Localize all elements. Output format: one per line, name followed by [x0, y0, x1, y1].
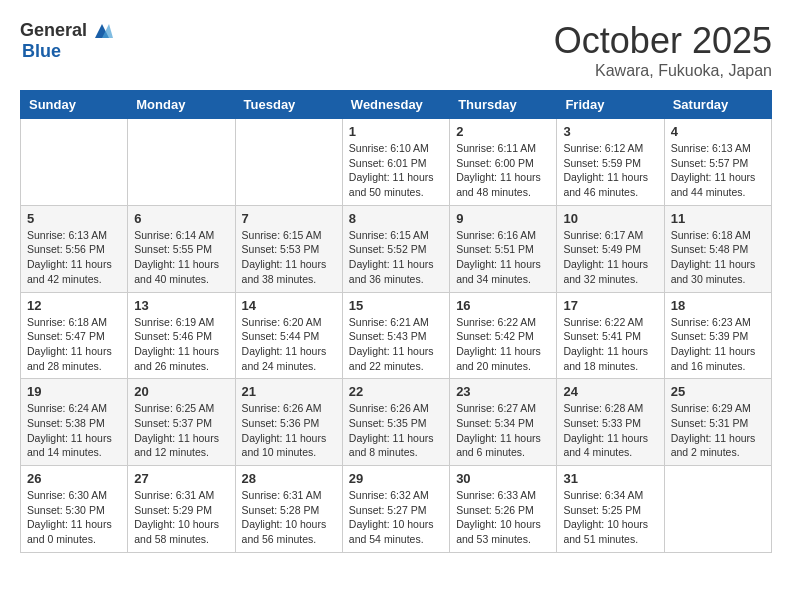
weekday-header-thursday: Thursday	[450, 91, 557, 119]
day-number: 2	[456, 124, 550, 139]
calendar-cell: 19Sunrise: 6:24 AM Sunset: 5:38 PM Dayli…	[21, 379, 128, 466]
cell-text: Sunrise: 6:26 AM Sunset: 5:36 PM Dayligh…	[242, 401, 336, 460]
day-number: 1	[349, 124, 443, 139]
calendar-cell: 15Sunrise: 6:21 AM Sunset: 5:43 PM Dayli…	[342, 292, 449, 379]
cell-text: Sunrise: 6:18 AM Sunset: 5:47 PM Dayligh…	[27, 315, 121, 374]
day-number: 18	[671, 298, 765, 313]
calendar-cell: 26Sunrise: 6:30 AM Sunset: 5:30 PM Dayli…	[21, 466, 128, 553]
calendar: SundayMondayTuesdayWednesdayThursdayFrid…	[20, 90, 772, 553]
cell-text: Sunrise: 6:28 AM Sunset: 5:33 PM Dayligh…	[563, 401, 657, 460]
day-number: 26	[27, 471, 121, 486]
day-number: 15	[349, 298, 443, 313]
cell-text: Sunrise: 6:22 AM Sunset: 5:42 PM Dayligh…	[456, 315, 550, 374]
day-number: 17	[563, 298, 657, 313]
calendar-cell: 16Sunrise: 6:22 AM Sunset: 5:42 PM Dayli…	[450, 292, 557, 379]
cell-text: Sunrise: 6:22 AM Sunset: 5:41 PM Dayligh…	[563, 315, 657, 374]
day-number: 30	[456, 471, 550, 486]
cell-text: Sunrise: 6:15 AM Sunset: 5:52 PM Dayligh…	[349, 228, 443, 287]
day-number: 7	[242, 211, 336, 226]
header: General Blue October 2025 Kawara, Fukuok…	[20, 20, 772, 80]
day-number: 10	[563, 211, 657, 226]
day-number: 20	[134, 384, 228, 399]
calendar-cell: 8Sunrise: 6:15 AM Sunset: 5:52 PM Daylig…	[342, 205, 449, 292]
calendar-cell: 28Sunrise: 6:31 AM Sunset: 5:28 PM Dayli…	[235, 466, 342, 553]
weekday-header-monday: Monday	[128, 91, 235, 119]
day-number: 27	[134, 471, 228, 486]
cell-text: Sunrise: 6:32 AM Sunset: 5:27 PM Dayligh…	[349, 488, 443, 547]
calendar-cell: 27Sunrise: 6:31 AM Sunset: 5:29 PM Dayli…	[128, 466, 235, 553]
calendar-cell: 6Sunrise: 6:14 AM Sunset: 5:55 PM Daylig…	[128, 205, 235, 292]
cell-text: Sunrise: 6:23 AM Sunset: 5:39 PM Dayligh…	[671, 315, 765, 374]
calendar-cell	[21, 119, 128, 206]
day-number: 9	[456, 211, 550, 226]
calendar-cell: 31Sunrise: 6:34 AM Sunset: 5:25 PM Dayli…	[557, 466, 664, 553]
cell-text: Sunrise: 6:10 AM Sunset: 6:01 PM Dayligh…	[349, 141, 443, 200]
cell-text: Sunrise: 6:13 AM Sunset: 5:57 PM Dayligh…	[671, 141, 765, 200]
cell-text: Sunrise: 6:17 AM Sunset: 5:49 PM Dayligh…	[563, 228, 657, 287]
calendar-cell: 4Sunrise: 6:13 AM Sunset: 5:57 PM Daylig…	[664, 119, 771, 206]
cell-text: Sunrise: 6:33 AM Sunset: 5:26 PM Dayligh…	[456, 488, 550, 547]
weekday-header-tuesday: Tuesday	[235, 91, 342, 119]
calendar-cell: 13Sunrise: 6:19 AM Sunset: 5:46 PM Dayli…	[128, 292, 235, 379]
calendar-cell	[128, 119, 235, 206]
day-number: 16	[456, 298, 550, 313]
weekday-header-wednesday: Wednesday	[342, 91, 449, 119]
calendar-cell: 24Sunrise: 6:28 AM Sunset: 5:33 PM Dayli…	[557, 379, 664, 466]
cell-text: Sunrise: 6:20 AM Sunset: 5:44 PM Dayligh…	[242, 315, 336, 374]
calendar-cell: 10Sunrise: 6:17 AM Sunset: 5:49 PM Dayli…	[557, 205, 664, 292]
cell-text: Sunrise: 6:25 AM Sunset: 5:37 PM Dayligh…	[134, 401, 228, 460]
day-number: 28	[242, 471, 336, 486]
cell-text: Sunrise: 6:24 AM Sunset: 5:38 PM Dayligh…	[27, 401, 121, 460]
calendar-cell: 25Sunrise: 6:29 AM Sunset: 5:31 PM Dayli…	[664, 379, 771, 466]
calendar-cell: 22Sunrise: 6:26 AM Sunset: 5:35 PM Dayli…	[342, 379, 449, 466]
cell-text: Sunrise: 6:31 AM Sunset: 5:29 PM Dayligh…	[134, 488, 228, 547]
calendar-cell: 2Sunrise: 6:11 AM Sunset: 6:00 PM Daylig…	[450, 119, 557, 206]
location-title: Kawara, Fukuoka, Japan	[554, 62, 772, 80]
calendar-cell: 1Sunrise: 6:10 AM Sunset: 6:01 PM Daylig…	[342, 119, 449, 206]
cell-text: Sunrise: 6:13 AM Sunset: 5:56 PM Dayligh…	[27, 228, 121, 287]
calendar-cell: 12Sunrise: 6:18 AM Sunset: 5:47 PM Dayli…	[21, 292, 128, 379]
cell-text: Sunrise: 6:26 AM Sunset: 5:35 PM Dayligh…	[349, 401, 443, 460]
calendar-cell	[664, 466, 771, 553]
day-number: 24	[563, 384, 657, 399]
calendar-cell: 30Sunrise: 6:33 AM Sunset: 5:26 PM Dayli…	[450, 466, 557, 553]
cell-text: Sunrise: 6:30 AM Sunset: 5:30 PM Dayligh…	[27, 488, 121, 547]
calendar-cell: 11Sunrise: 6:18 AM Sunset: 5:48 PM Dayli…	[664, 205, 771, 292]
cell-text: Sunrise: 6:12 AM Sunset: 5:59 PM Dayligh…	[563, 141, 657, 200]
logo-blue: Blue	[22, 42, 113, 62]
month-title: October 2025	[554, 20, 772, 62]
day-number: 29	[349, 471, 443, 486]
cell-text: Sunrise: 6:34 AM Sunset: 5:25 PM Dayligh…	[563, 488, 657, 547]
weekday-header-sunday: Sunday	[21, 91, 128, 119]
day-number: 31	[563, 471, 657, 486]
cell-text: Sunrise: 6:31 AM Sunset: 5:28 PM Dayligh…	[242, 488, 336, 547]
cell-text: Sunrise: 6:15 AM Sunset: 5:53 PM Dayligh…	[242, 228, 336, 287]
day-number: 22	[349, 384, 443, 399]
day-number: 14	[242, 298, 336, 313]
calendar-cell: 21Sunrise: 6:26 AM Sunset: 5:36 PM Dayli…	[235, 379, 342, 466]
calendar-cell: 5Sunrise: 6:13 AM Sunset: 5:56 PM Daylig…	[21, 205, 128, 292]
title-area: October 2025 Kawara, Fukuoka, Japan	[554, 20, 772, 80]
calendar-cell	[235, 119, 342, 206]
calendar-cell: 23Sunrise: 6:27 AM Sunset: 5:34 PM Dayli…	[450, 379, 557, 466]
cell-text: Sunrise: 6:19 AM Sunset: 5:46 PM Dayligh…	[134, 315, 228, 374]
calendar-cell: 29Sunrise: 6:32 AM Sunset: 5:27 PM Dayli…	[342, 466, 449, 553]
cell-text: Sunrise: 6:29 AM Sunset: 5:31 PM Dayligh…	[671, 401, 765, 460]
day-number: 5	[27, 211, 121, 226]
cell-text: Sunrise: 6:21 AM Sunset: 5:43 PM Dayligh…	[349, 315, 443, 374]
day-number: 6	[134, 211, 228, 226]
calendar-cell: 17Sunrise: 6:22 AM Sunset: 5:41 PM Dayli…	[557, 292, 664, 379]
cell-text: Sunrise: 6:27 AM Sunset: 5:34 PM Dayligh…	[456, 401, 550, 460]
calendar-cell: 14Sunrise: 6:20 AM Sunset: 5:44 PM Dayli…	[235, 292, 342, 379]
calendar-cell: 20Sunrise: 6:25 AM Sunset: 5:37 PM Dayli…	[128, 379, 235, 466]
day-number: 11	[671, 211, 765, 226]
cell-text: Sunrise: 6:18 AM Sunset: 5:48 PM Dayligh…	[671, 228, 765, 287]
calendar-cell: 7Sunrise: 6:15 AM Sunset: 5:53 PM Daylig…	[235, 205, 342, 292]
day-number: 12	[27, 298, 121, 313]
day-number: 8	[349, 211, 443, 226]
day-number: 25	[671, 384, 765, 399]
logo: General Blue	[20, 20, 113, 62]
cell-text: Sunrise: 6:16 AM Sunset: 5:51 PM Dayligh…	[456, 228, 550, 287]
weekday-header-saturday: Saturday	[664, 91, 771, 119]
calendar-cell: 18Sunrise: 6:23 AM Sunset: 5:39 PM Dayli…	[664, 292, 771, 379]
